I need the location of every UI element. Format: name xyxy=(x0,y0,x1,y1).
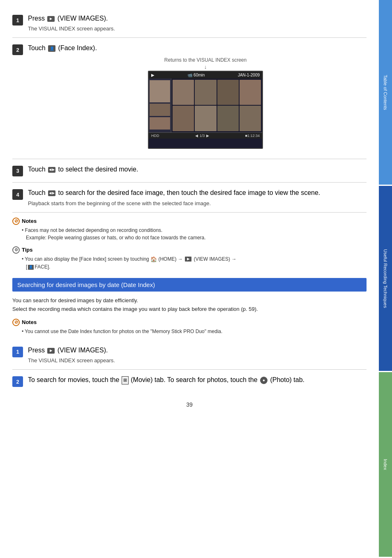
step-1-content: Press (VIEW IMAGES). The VISUAL INDEX sc… xyxy=(28,14,367,32)
nav-page: 1/3 xyxy=(200,134,205,138)
sidebar-item-table-of-contents[interactable]: Table of Contents xyxy=(379,0,392,185)
step-4-number: 4 xyxy=(12,189,23,200)
notes-icon-2: ⊘ xyxy=(12,319,20,326)
tips-block-1: ⚙ Tips You can also display the [Face In… xyxy=(12,246,367,271)
photo-icon: ● xyxy=(260,377,267,384)
view-images-icon-tips: ▶ xyxy=(185,257,191,262)
notes-text-1: Faces may not be detected depending on r… xyxy=(12,227,367,241)
camera-header-center: 📹 60min xyxy=(187,73,205,77)
view-images-icon-s2: ▶ xyxy=(47,348,55,354)
step-2-number: 2 xyxy=(12,44,23,55)
tips-item-1: You can also display the [Face Index] sc… xyxy=(22,255,367,271)
face-thumb-5 xyxy=(173,106,194,131)
step-4-title: Touch ◀/▶ to search for the desired face… xyxy=(28,188,367,197)
step-3-suffix: to select the desired movie. xyxy=(58,166,138,173)
useful-tab-label: Useful Recording Techniques xyxy=(383,249,388,308)
camera-footer-right: ■1:12:34 xyxy=(245,134,260,138)
step-s2-1-content: Press ▶ (VIEW IMAGES). The VISUAL INDEX … xyxy=(28,346,367,364)
face-thumb-large-2 xyxy=(150,104,170,116)
step-4-touch-label: Touch xyxy=(28,189,47,196)
face-thumb-7 xyxy=(217,106,239,131)
tips-text-1: You can also display the [Face Index] sc… xyxy=(12,255,367,271)
face-thumb-4 xyxy=(240,80,261,105)
section-2-header-text: Searching for desired images by date (Da… xyxy=(17,281,155,288)
camera-footer-left: HDD xyxy=(151,134,159,138)
side-tabs: Table of Contents Useful Recording Techn… xyxy=(379,0,392,558)
camera-header-left: ▶ xyxy=(151,73,154,77)
notes-item-1: Faces may not be detected depending on r… xyxy=(22,227,367,241)
face-thumb-large-1 xyxy=(150,80,170,103)
step-2-touch-label: Touch xyxy=(28,44,46,51)
returns-label: Returns to the VISUAL INDEX screen xyxy=(44,57,367,63)
section-2-intro: You can search for desired images by dat… xyxy=(12,296,367,314)
step-s2-2-title: To search for movies, touch the ⊞ (Movie… xyxy=(28,375,367,384)
notes-item-1-example: Example: People wearing glasses or hats,… xyxy=(22,235,206,241)
step-3-content: Touch ◀/▶ to select the desired movie. xyxy=(28,165,367,176)
tips-icon-1: ⚙ xyxy=(12,246,20,254)
notes-label-1: Notes xyxy=(22,218,37,224)
step-1-title-suffix: (VIEW IMAGES). xyxy=(58,15,108,22)
step-1-title: Press (VIEW IMAGES). xyxy=(28,14,367,23)
step-s2-1-press-label: Press xyxy=(28,347,45,354)
step-s2-2-prefix: To search for movies, touch the xyxy=(28,376,119,383)
tips-label-1: Tips xyxy=(22,247,33,253)
step-4-subtitle: Playback starts from the beginning of th… xyxy=(28,200,367,206)
toc-tab-label: Table of Contents xyxy=(383,75,388,110)
face-thumb-6 xyxy=(195,106,216,131)
step-3-touch-label: Touch xyxy=(28,166,47,173)
notes-block-1: ⊘ Notes Faces may not be detected depend… xyxy=(12,218,367,241)
step-s2-2-content: To search for movies, touch the ⊞ (Movie… xyxy=(28,375,367,387)
notes-header-1: ⊘ Notes xyxy=(12,218,367,225)
down-arrow: ↓ xyxy=(44,64,367,70)
nav-next: ▶ xyxy=(206,134,209,138)
step-4-suffix: to search for the desired face image, th… xyxy=(58,189,321,196)
camera-footer: HDD ◀ 1/3 ▶ ■1:12:34 xyxy=(149,132,262,139)
step-3-block: 3 Touch ◀/▶ to select the desired movie. xyxy=(12,159,367,183)
face-thumb-3 xyxy=(217,80,239,105)
step-4-content: Touch ◀/▶ to search for the desired face… xyxy=(28,188,367,206)
sidebar-item-index[interactable]: Index xyxy=(379,372,392,557)
notes-label-2: Notes xyxy=(22,319,37,325)
sidebar-item-useful-recording[interactable]: Useful Recording Techniques xyxy=(379,186,392,370)
step-1-subtitle: The VISUAL INDEX screen appears. xyxy=(28,25,367,32)
face-thumb-large-3 xyxy=(150,117,170,130)
section-2-intro-line2: Select the recording media which contain… xyxy=(12,306,258,312)
view-images-icon-1 xyxy=(47,16,55,22)
notes-block-2: ⊘ Notes You cannot use the Date Index fu… xyxy=(12,319,367,335)
camera-main-grid xyxy=(171,79,262,132)
step-s2-2-block: 2 To search for movies, touch the ⊞ (Mov… xyxy=(12,370,367,393)
step-s2-1-suffix: (VIEW IMAGES). xyxy=(58,347,108,354)
step-2-title: Touch 👤 (Face Index). xyxy=(28,44,367,53)
step-2-content: Touch 👤 (Face Index). Returns to the VIS… xyxy=(28,44,367,153)
step-s2-1-block: 1 Press ▶ (VIEW IMAGES). The VISUAL INDE… xyxy=(12,340,367,370)
tips-item-1-suffix: [👤FACE]. xyxy=(22,264,50,270)
step-1-block: 1 Press (VIEW IMAGES). The VISUAL INDEX … xyxy=(12,8,367,38)
nav-prev: ◀ xyxy=(195,134,198,138)
camera-ui-wrapper: ▶ 📹 60min JAN-1-2009 xyxy=(44,71,367,149)
notes-text-2: You cannot use the Date Index function f… xyxy=(12,328,367,335)
face-thumb-8 xyxy=(240,106,261,131)
camera-header-right: JAN-1-2009 xyxy=(238,73,260,77)
index-tab-label: Index xyxy=(383,459,388,470)
face-icon-tips: 👤 xyxy=(28,265,34,270)
page-number: 39 xyxy=(12,401,367,412)
face-thumb-1 xyxy=(173,80,194,105)
notes-header-2: ⊘ Notes xyxy=(12,319,367,326)
face-index-icon: 👤 xyxy=(48,45,55,52)
screenshot-area: Returns to the VISUAL INDEX screen ↓ ▶ 📹… xyxy=(44,57,367,149)
section-2-header: Searching for desired images by date (Da… xyxy=(12,278,367,292)
camera-header: ▶ 📹 60min JAN-1-2009 xyxy=(149,72,262,79)
section-2-intro-line1: You can search for desired images by dat… xyxy=(12,297,138,303)
notes-icon-1: ⊘ xyxy=(12,218,20,225)
step-s2-2-mid: (Movie) tab. To search for photos, touch… xyxy=(131,376,257,383)
movie-icon: ⊞ xyxy=(122,376,129,384)
home-icon: 🏠 xyxy=(150,255,157,264)
step-3-title: Touch ◀/▶ to select the desired movie. xyxy=(28,165,367,174)
notes-item-2: You cannot use the Date Index function f… xyxy=(22,328,367,335)
face-thumb-2 xyxy=(195,80,216,105)
step-s2-1-subtitle: The VISUAL INDEX screen appears. xyxy=(28,357,367,364)
step-s2-1-title: Press ▶ (VIEW IMAGES). xyxy=(28,346,367,355)
page-number-text: 39 xyxy=(186,401,193,408)
camera-ui: ▶ 📹 60min JAN-1-2009 xyxy=(148,71,263,149)
prev-next-icon-3: ◀/▶ xyxy=(48,167,55,173)
